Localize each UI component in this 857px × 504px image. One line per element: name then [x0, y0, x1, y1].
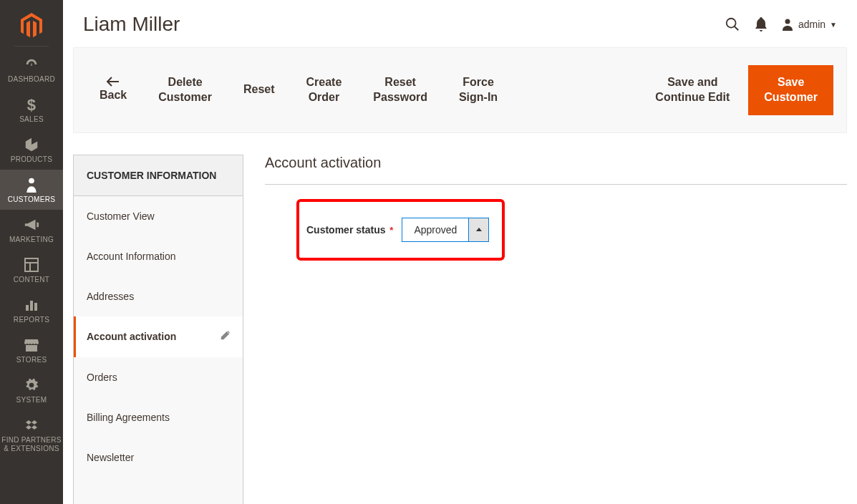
back-label: Back: [100, 88, 127, 103]
nav-content[interactable]: CONTENT: [0, 250, 63, 290]
nav-label: SYSTEM: [0, 396, 63, 404]
nav-label: REPORTS: [0, 316, 63, 324]
force-signin-button[interactable]: Force Sign-In: [446, 69, 510, 111]
tab-label: Customer View: [87, 210, 155, 222]
nav-products[interactable]: PRODUCTS: [0, 130, 63, 170]
content-body: CUSTOMER INFORMATION Customer View Accou…: [73, 155, 847, 504]
tab-billing-agreements[interactable]: Billing Agreements: [74, 397, 243, 437]
nav-dashboard[interactable]: DASHBOARD: [0, 49, 63, 89]
sidebar-divider: [14, 46, 49, 47]
svg-text:$: $: [27, 97, 37, 112]
create-order-button[interactable]: Create Order: [294, 69, 355, 111]
svg-point-1: [29, 178, 34, 184]
layout-icon: [0, 257, 63, 273]
select-toggle[interactable]: [468, 218, 488, 241]
nav-label: STORES: [0, 356, 63, 364]
svg-point-8: [727, 19, 736, 28]
magento-logo[interactable]: [0, 0, 63, 46]
svg-rect-2: [25, 258, 38, 271]
nav-label: CUSTOMERS: [0, 195, 63, 204]
triangle-up-icon: [476, 228, 482, 231]
select-value: Approved: [402, 218, 468, 241]
caret-down-icon: ▼: [830, 21, 837, 29]
delete-customer-button[interactable]: Delete Customer: [145, 69, 225, 111]
person-icon: [0, 177, 63, 193]
page-title: Liam Miller: [83, 13, 712, 36]
admin-sidebar: DASHBOARD $ SALES PRODUCTS CUSTOMERS MAR…: [0, 0, 63, 504]
nav-label: SALES: [0, 115, 63, 124]
customer-info-panel: CUSTOMER INFORMATION Customer View Accou…: [73, 155, 243, 504]
svg-rect-7: [34, 303, 37, 311]
section-title: Account activation: [265, 155, 847, 185]
nav-sales[interactable]: $ SALES: [0, 89, 63, 130]
action-bar: Back Delete Customer Reset Create Order …: [73, 47, 847, 133]
dashboard-icon: [0, 57, 63, 72]
bars-icon: [0, 297, 63, 313]
content-section: Account activation Customer status * App…: [265, 155, 847, 504]
tab-label: Newsletter: [87, 452, 134, 463]
page-header: Liam Miller admin ▼: [63, 0, 857, 47]
storefront-icon: [0, 337, 63, 353]
tab-account-information[interactable]: Account Information: [74, 236, 243, 276]
reset-password-button[interactable]: Reset Password: [360, 69, 440, 111]
svg-point-10: [785, 19, 790, 24]
tab-label: Orders: [87, 372, 117, 383]
nav-marketing[interactable]: MARKETING: [0, 210, 63, 250]
tab-orders[interactable]: Orders: [74, 357, 243, 397]
svg-rect-6: [30, 301, 33, 311]
arrow-left-icon: [106, 77, 120, 87]
pencil-icon: [220, 331, 230, 343]
panel-title: CUSTOMER INFORMATION: [74, 155, 243, 196]
nav-label: CONTENT: [0, 276, 63, 284]
nav-customers[interactable]: CUSTOMERS: [0, 170, 63, 210]
nav-stores[interactable]: STORES: [0, 330, 63, 370]
customer-status-select[interactable]: Approved: [402, 218, 489, 242]
nav-label: PRODUCTS: [0, 155, 63, 164]
blocks-icon: [0, 417, 63, 433]
tab-customer-view[interactable]: Customer View: [74, 196, 243, 236]
notification-icon[interactable]: [752, 16, 770, 33]
svg-line-9: [735, 26, 739, 31]
svg-rect-5: [26, 305, 29, 311]
box-icon: [0, 137, 63, 152]
tab-account-activation[interactable]: Account activation: [74, 316, 243, 357]
tab-label: Account activation: [87, 331, 176, 342]
user-icon: [781, 18, 794, 31]
tab-newsletter[interactable]: Newsletter: [74, 437, 243, 478]
tab-label: Account Information: [87, 251, 176, 262]
megaphone-icon: [0, 217, 63, 233]
required-indicator: *: [389, 225, 393, 236]
user-name: admin: [798, 19, 825, 30]
tab-label: Billing Agreements: [87, 412, 170, 423]
reset-button[interactable]: Reset: [231, 77, 288, 103]
save-continue-button[interactable]: Save and Continue Edit: [642, 69, 742, 111]
nav-label: FIND PARTNERS & EXTENSIONS: [0, 436, 63, 453]
user-menu[interactable]: admin ▼: [781, 18, 837, 31]
back-button[interactable]: Back: [87, 71, 140, 109]
nav-label: MARKETING: [0, 236, 63, 244]
tab-label: Addresses: [87, 291, 134, 302]
highlighted-field-box: Customer status * Approved: [296, 199, 505, 261]
dollar-icon: $: [0, 97, 63, 112]
nav-partners[interactable]: FIND PARTNERS & EXTENSIONS: [0, 410, 63, 459]
nav-system[interactable]: SYSTEM: [0, 370, 63, 410]
nav-label: DASHBOARD: [0, 75, 63, 84]
main-area: Liam Miller admin ▼ Back Delete Customer…: [63, 0, 857, 504]
gear-icon: [0, 377, 63, 393]
search-icon[interactable]: [724, 16, 741, 33]
customer-status-label: Customer status *: [306, 224, 393, 236]
save-customer-button[interactable]: Save Customer: [748, 65, 833, 115]
tab-addresses[interactable]: Addresses: [74, 276, 243, 316]
nav-reports[interactable]: REPORTS: [0, 290, 63, 330]
